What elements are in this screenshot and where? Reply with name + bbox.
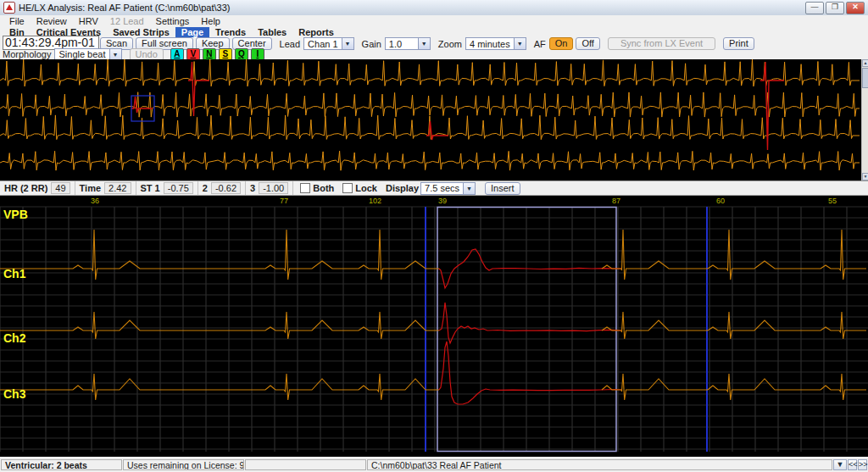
prev-page-button[interactable]: <<	[848, 459, 857, 470]
af-on-button[interactable]: On	[549, 37, 574, 50]
tab-page[interactable]: Page	[175, 27, 209, 37]
status-bar: Ventricular: 2 beats Uses remaining on L…	[0, 457, 868, 472]
gain-label: Gain	[362, 39, 381, 49]
ecg-trace	[439, 342, 621, 404]
channel-label-ch3: Ch3	[3, 387, 25, 401]
hr-marker: 102	[369, 197, 381, 205]
lock-label: Lock	[355, 183, 377, 193]
scrollbar-thumb[interactable]	[862, 68, 868, 88]
beat-button-n[interactable]: N	[203, 48, 216, 60]
ecg-trace	[602, 312, 866, 339]
menu-item-12-lead[interactable]: 12 Lead	[104, 16, 150, 26]
st3-value: -1.00	[259, 182, 288, 194]
display-dropdown[interactable]: 7.5 secs ▼	[420, 182, 476, 195]
st3-cell: 3 -1.00	[246, 181, 293, 195]
hr-marker: 55	[828, 197, 837, 205]
channel-label-ch2: Ch2	[3, 331, 25, 345]
beat-strip-panel[interactable]: 367710239876055 VPBCh1Ch2Ch3	[0, 196, 868, 457]
patient-dropdown-button[interactable]: ▼	[833, 459, 847, 470]
insert-button[interactable]: Insert	[485, 182, 520, 195]
chevron-down-icon[interactable]: ▼	[342, 38, 353, 49]
tab-trends[interactable]: Trends	[209, 27, 252, 37]
ventricular-count: Ventricular: 2 beats	[1, 459, 122, 470]
beat-button-v[interactable]: V	[186, 48, 200, 60]
close-button[interactable]: ✕	[846, 2, 865, 14]
status-spare	[245, 459, 366, 470]
lead-dropdown[interactable]: Chan 1 ▼	[303, 37, 353, 50]
lock-checkbox[interactable]	[342, 183, 353, 193]
menu-item-help[interactable]: Help	[195, 16, 226, 26]
menu-item-review[interactable]: Review	[31, 16, 73, 26]
measurement-bar: HR (2 RR) 49 Time 2.42 ST 1 -0.75 2 -0.6…	[0, 180, 868, 196]
ecg-trace	[0, 312, 439, 339]
tab-tables[interactable]: Tables	[252, 27, 292, 37]
hr-cell: HR (2 RR) 49	[0, 181, 75, 195]
ecg-trace	[0, 151, 860, 170]
ecg-trace	[426, 121, 448, 140]
hr-marker: 77	[280, 197, 288, 205]
license-uses: Uses remaining on License: 945	[123, 459, 244, 470]
af-off-button[interactable]: Off	[576, 37, 599, 50]
ecg-trace	[602, 374, 866, 400]
scroll-up-icon[interactable]: ▲	[862, 59, 868, 67]
ecg-trace	[439, 303, 621, 343]
tab-saved-strips[interactable]: Saved Strips	[107, 27, 175, 37]
hr-marker: 36	[91, 197, 99, 205]
time-cell: Time 2.42	[75, 181, 136, 195]
scan-ecg-panel[interactable]	[0, 59, 861, 180]
ecg-trace	[602, 230, 866, 280]
window-title: HE/LX Analysis: Real AF Patient (C:\nm60…	[19, 3, 230, 13]
beat-button-i[interactable]: I	[251, 48, 264, 60]
chevron-down-icon[interactable]: ▼	[514, 38, 526, 49]
beat-button-q[interactable]: Q	[235, 48, 248, 60]
minimize-button[interactable]: —	[805, 2, 824, 14]
chevron-down-icon[interactable]: ▼	[418, 38, 430, 49]
zoom-dropdown[interactable]: 4 minutes ▼	[465, 37, 526, 50]
menu-bar: FileReviewHRV12 LeadSettingsHelp	[0, 15, 868, 26]
hr-marker: 60	[716, 197, 725, 205]
st1-value: -0.75	[164, 182, 193, 194]
both-checkbox[interactable]	[300, 183, 310, 193]
menu-item-hrv[interactable]: HRV	[73, 16, 104, 26]
gain-dropdown[interactable]: 1.0 ▼	[385, 37, 431, 50]
ecg-trace	[0, 374, 439, 400]
main-toolbar: 01:43:29.4pm-01 Scan Full screen Keep Ce…	[0, 37, 868, 48]
sync-lx-event-button[interactable]: Sync from LX Event	[608, 37, 715, 50]
af-label: AF	[534, 39, 546, 49]
view-tabs-bar: BinCritical EventsSaved StripsPageTrends…	[0, 26, 868, 37]
hr-value: 49	[51, 182, 70, 194]
maximize-button[interactable]: ❐	[826, 2, 844, 14]
menu-item-settings[interactable]: Settings	[150, 16, 196, 26]
beat-button-s[interactable]: S	[219, 48, 232, 60]
both-label: Both	[313, 183, 334, 193]
display-label: Display	[386, 183, 419, 193]
title-bar[interactable]: HE/LX Analysis: Real AF Patient (C:\nm60…	[0, 0, 868, 16]
st2-cell: 2 -0.62	[198, 181, 246, 195]
helx-analysis-window: HE/LX Analysis: Real AF Patient (C:\nm60…	[0, 0, 868, 472]
morphology-label: Morphology	[3, 49, 51, 59]
ecg-trace	[439, 249, 621, 288]
ecg-trace	[0, 92, 860, 118]
ecg-scrollbar[interactable]: ▲ ▼	[861, 59, 868, 180]
st1-cell: ST 1 -0.75	[136, 181, 198, 195]
channel-label-ch1: Ch1	[3, 267, 25, 280]
scroll-down-icon[interactable]: ▼	[862, 173, 868, 180]
tab-reports[interactable]: Reports	[292, 27, 340, 37]
zoom-label: Zoom	[438, 39, 462, 49]
chevron-down-icon[interactable]: ▼	[463, 183, 475, 194]
ecg-trace	[0, 59, 860, 86]
beat-button-a[interactable]: A	[170, 48, 184, 60]
print-button[interactable]: Print	[723, 37, 754, 50]
next-page-button[interactable]: >>	[858, 459, 867, 470]
st2-value: -0.62	[211, 182, 241, 194]
patient-path: C:\nm60b\pat\33 Real AF Patient	[367, 459, 832, 470]
ecg-trace	[0, 230, 439, 280]
hr-marker: 87	[612, 197, 620, 205]
ecg-trace	[188, 62, 209, 116]
time-value: 2.42	[104, 182, 131, 194]
menu-item-file[interactable]: File	[3, 16, 31, 26]
channel-label-vpb: VPB	[3, 208, 28, 221]
morphology-bar: Morphology Single beat ▼ Undo AVNSQI	[0, 49, 868, 59]
chevron-down-icon[interactable]: ▼	[109, 49, 121, 60]
beat-class-buttons: AVNSQI	[170, 48, 267, 60]
